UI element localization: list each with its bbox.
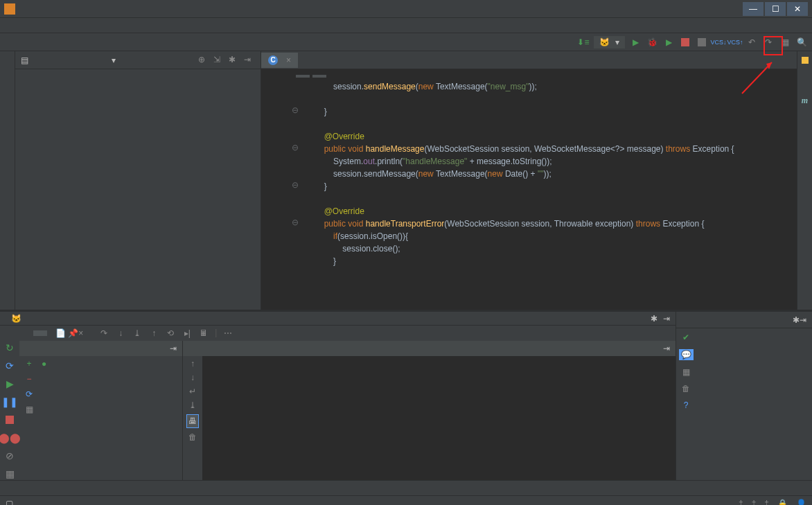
status-icon[interactable]: ▢ [6, 499, 13, 506]
line-number-gutter[interactable] [261, 78, 290, 310]
scroll-up-icon[interactable]: ↑ [191, 359, 195, 369]
maximize-button[interactable]: ☐ [765, 2, 786, 16]
step-over-icon[interactable]: ↷ [98, 328, 109, 339]
breakpoints-icon[interactable]: ⬤⬤ [3, 432, 16, 444]
project-tool-window: ▤ ▾ ⊕ ⇲ ✱ ⇥ [15, 51, 261, 310]
output-hide-icon[interactable]: ⇥ [663, 344, 670, 353]
menu-bar [0, 18, 812, 33]
info-icon[interactable]: ✔ [682, 333, 689, 342]
stop-icon[interactable] [3, 414, 16, 426]
debug-settings-icon[interactable]: ✱ [651, 314, 657, 324]
help-icon[interactable]: ? [684, 400, 689, 410]
event-hide-icon[interactable]: ⇥ [800, 315, 806, 325]
remove-artifact-icon[interactable]: − [26, 374, 31, 384]
run-configuration-dropdown[interactable]: 🐱 ▾ [594, 36, 625, 48]
drop-frame-icon[interactable]: ⟲ [165, 328, 176, 339]
debug-tool-window: 🐱 ✱ ⇥ 📄 📌× ↷ ↓ ⤓ ↑ ⟲ ▸| 🖩 | [0, 312, 676, 480]
step-out-icon[interactable]: ↑ [148, 328, 159, 339]
hector-icon[interactable]: 👤 [796, 499, 806, 506]
mute-breakpoints-icon[interactable]: ⊘ [3, 450, 16, 462]
soft-wrap-icon[interactable]: ↵ [189, 387, 196, 396]
search-button[interactable]: 🔍 [795, 36, 808, 48]
database-tab[interactable] [804, 131, 806, 142]
annotation-highlight [764, 36, 783, 55]
print-icon[interactable]: 🖶 [186, 414, 199, 428]
coverage-button[interactable]: ▶ [662, 36, 675, 48]
tomcat-icon: 🐱 [11, 314, 21, 324]
debug-actions: ↻ ⟳ ▶ ❚❚ ⬤⬤ ⊘ ▦ [0, 341, 19, 480]
event-log-panel: ✱ ⇥ ✔ 💬 ▦ 🗑 ? [676, 312, 812, 480]
scroll-from-source-icon[interactable]: ⊕ [198, 55, 209, 66]
lock-icon[interactable]: 🔒 [777, 499, 788, 506]
right-tool-stripe: m [797, 51, 812, 310]
ant-build-tab[interactable] [804, 78, 806, 89]
stop-button-2[interactable] [696, 36, 708, 48]
close-button[interactable]: ✕ [787, 2, 808, 16]
add-artifact-icon[interactable]: + [26, 359, 31, 369]
evaluate-icon[interactable]: 🖩 [198, 328, 209, 339]
force-step-into-icon[interactable]: ⤓ [132, 328, 143, 339]
maven-projects-tab[interactable] [804, 113, 806, 124]
project-icon: ▤ [21, 55, 28, 65]
editor-tab[interactable]: C × [261, 53, 298, 68]
stop-button[interactable] [679, 36, 691, 48]
log-icon: 📄 [55, 328, 66, 338]
git-branch[interactable]: ‡ [764, 499, 769, 506]
status-bar: ▢ ‡ ‡ ‡ 🔒 👤 [0, 495, 812, 505]
title-bar: — ☐ ✕ [0, 0, 812, 18]
minimize-button[interactable]: — [743, 2, 764, 16]
delete-icon[interactable]: 🗑 [682, 384, 690, 393]
scroll-to-end-icon[interactable]: ⤓ [189, 400, 196, 410]
update-icon[interactable]: ⟳ [3, 360, 16, 372]
artifact-item[interactable]: ● [42, 359, 179, 369]
refresh-artifact-icon[interactable]: ⟳ [26, 389, 33, 399]
output-console[interactable] [202, 356, 676, 480]
more-icon[interactable]: ⋯ [222, 328, 233, 339]
project-tree[interactable] [15, 69, 261, 310]
scroll-down-icon[interactable]: ↓ [191, 373, 195, 382]
make-button[interactable]: ⬇≡ [577, 36, 590, 48]
ok-status-icon: ● [42, 359, 46, 369]
tomcat-icon: 🐱 [599, 37, 610, 47]
fold-gutter[interactable]: ⊖⊖⊖⊖ [290, 78, 300, 310]
bottom-tool-stripe [0, 480, 812, 495]
error-indicator[interactable] [802, 57, 809, 64]
debug-hide-icon[interactable]: ⇥ [663, 314, 670, 324]
vcs-commit-button[interactable]: VCS↑ [729, 36, 741, 48]
project-dropdown-icon[interactable]: ▾ [112, 55, 116, 65]
undo-button[interactable]: ↶ [745, 36, 758, 48]
run-button[interactable]: ▶ [629, 36, 642, 48]
settings-icon[interactable]: ✱ [229, 55, 240, 66]
tab-access-log[interactable]: 📄 📌× [48, 326, 90, 341]
app-icon [4, 3, 15, 15]
balloon-icon[interactable]: 💬 [679, 349, 694, 360]
line-separator[interactable]: ‡ [739, 499, 743, 506]
hide-icon[interactable]: ⇥ [244, 55, 255, 66]
pause-icon[interactable]: ❚❚ [3, 396, 16, 408]
step-into-icon[interactable]: ↓ [115, 328, 126, 339]
maven-icon: m [802, 96, 808, 106]
tab-debugger[interactable] [18, 330, 32, 336]
layout-icon[interactable]: ▦ [3, 468, 16, 480]
deploy-icon[interactable]: ▦ [26, 405, 33, 414]
close-tab-icon[interactable]: × [286, 55, 291, 65]
resume-icon[interactable]: ▶ [3, 378, 16, 390]
deployment-hide-icon[interactable]: ⇥ [170, 344, 177, 353]
vcs-update-button[interactable]: VCS↓ [712, 36, 725, 48]
navigation-bar: ⬇≡ 🐱 ▾ ▶ 🐞 ▶ VCS↓ VCS↑ ↶ ↷ ▦ 🔍 [0, 33, 812, 51]
java-file-icon: C [268, 55, 278, 65]
mark-read-icon[interactable]: ▦ [682, 367, 690, 377]
pin-icon[interactable]: 📌× [68, 328, 83, 338]
dropdown-arrow-icon: ▾ [615, 37, 619, 47]
clear-icon[interactable]: 🗑 [188, 432, 197, 442]
rerun-icon[interactable]: ↻ [3, 342, 16, 354]
tab-server[interactable] [33, 330, 47, 336]
left-tool-stripe [0, 51, 15, 310]
code-content[interactable]: session.sendMessage(new TextMessage("new… [300, 78, 797, 310]
event-settings-icon[interactable]: ✱ [793, 315, 800, 325]
debug-button[interactable]: 🐞 [646, 36, 658, 48]
run-to-cursor-icon[interactable]: ▸| [182, 328, 193, 339]
editor: C × ⊖⊖⊖⊖ session.sendMessage(new TextMes… [261, 51, 797, 310]
collapse-all-icon[interactable]: ⇲ [213, 55, 224, 66]
file-encoding[interactable]: ‡ [752, 499, 757, 506]
